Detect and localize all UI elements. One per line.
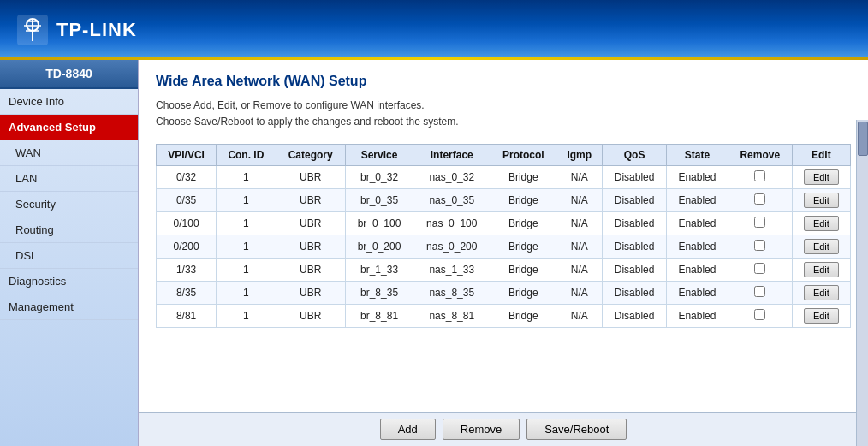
col-header-con-id: Con. ID — [217, 145, 276, 166]
cell-edit: Edit — [792, 305, 850, 328]
cell-protocol: Bridge — [490, 166, 556, 189]
remove-checkbox[interactable] — [754, 263, 765, 274]
sidebar-model: TD-8840 — [0, 60, 138, 89]
edit-button[interactable]: Edit — [804, 169, 839, 185]
cell-protocol: Bridge — [490, 282, 556, 305]
remove-checkbox[interactable] — [754, 309, 765, 320]
edit-button[interactable]: Edit — [804, 216, 839, 231]
cell-con-id: 1 — [217, 282, 276, 305]
cell-state: Enabled — [667, 235, 728, 259]
cell-qos: Disabled — [603, 235, 667, 259]
edit-button[interactable]: Edit — [804, 285, 839, 300]
cell-con-id: 1 — [217, 235, 276, 259]
cell-igmp: N/A — [556, 212, 603, 235]
cell-protocol: Bridge — [490, 212, 556, 235]
cell-igmp: N/A — [556, 189, 603, 212]
table-row: 0/200 1 UBR br_0_200 nas_0_200 Bridge N/… — [157, 235, 851, 259]
edit-button[interactable]: Edit — [804, 308, 839, 324]
cell-qos: Disabled — [603, 189, 667, 212]
table-row: 8/35 1 UBR br_8_35 nas_8_35 Bridge N/A D… — [157, 282, 851, 305]
cell-remove[interactable] — [728, 259, 792, 282]
cell-edit: Edit — [792, 259, 850, 282]
cell-state: Enabled — [667, 305, 728, 328]
cell-remove[interactable] — [728, 166, 792, 189]
cell-category: UBR — [276, 259, 345, 282]
cell-interface: nas_0_35 — [413, 189, 490, 212]
cell-service: br_0_35 — [345, 189, 413, 212]
col-header-interface: Interface — [413, 145, 490, 166]
main-content: Wide Area Network (WAN) Setup Choose Add… — [139, 60, 868, 446]
cell-con-id: 1 — [217, 259, 276, 282]
sidebar-item-advanced-setup[interactable]: Advanced Setup — [0, 115, 138, 140]
sidebar-item-dsl[interactable]: DSL — [0, 243, 138, 269]
remove-checkbox[interactable] — [754, 286, 765, 297]
remove-checkbox[interactable] — [754, 170, 765, 181]
page-title: Wide Area Network (WAN) Setup — [156, 74, 851, 89]
table-row: 8/81 1 UBR br_8_81 nas_8_81 Bridge N/A D… — [157, 305, 851, 328]
sidebar-item-device-info[interactable]: Device Info — [0, 89, 138, 115]
sidebar-item-management[interactable]: Management — [0, 294, 138, 320]
table-row: 0/35 1 UBR br_0_35 nas_0_35 Bridge N/A D… — [157, 189, 851, 212]
sidebar-item-wan[interactable]: WAN — [0, 140, 138, 166]
cell-remove[interactable] — [728, 282, 792, 305]
cell-qos: Disabled — [603, 212, 667, 235]
cell-igmp: N/A — [556, 235, 603, 259]
remove-checkbox[interactable] — [754, 193, 765, 205]
cell-category: UBR — [276, 282, 345, 305]
sidebar-item-security[interactable]: Security — [0, 192, 138, 217]
sidebar-item-diagnostics[interactable]: Diagnostics — [0, 269, 138, 294]
cell-state: Enabled — [667, 282, 728, 305]
cell-edit: Edit — [792, 189, 850, 212]
cell-remove[interactable] — [728, 212, 792, 235]
cell-remove[interactable] — [728, 305, 792, 328]
logo-area: TP-LINK — [17, 15, 137, 45]
cell-vpi-vci: 0/32 — [157, 166, 217, 189]
cell-vpi-vci: 8/81 — [157, 305, 217, 328]
cell-remove[interactable] — [728, 235, 792, 259]
cell-qos: Disabled — [603, 166, 667, 189]
cell-edit: Edit — [792, 212, 850, 235]
remove-button[interactable]: Remove — [443, 419, 520, 440]
sidebar-item-routing[interactable]: Routing — [0, 217, 138, 243]
cell-category: UBR — [276, 305, 345, 328]
table-row: 1/33 1 UBR br_1_33 nas_1_33 Bridge N/A D… — [157, 259, 851, 282]
cell-service: br_8_81 — [345, 305, 413, 328]
cell-interface: nas_8_81 — [413, 305, 490, 328]
col-header-vpi-vci: VPI/VCI — [157, 145, 217, 166]
brand-name: TP-LINK — [56, 19, 137, 41]
scrollbar[interactable] — [856, 120, 868, 446]
edit-button[interactable]: Edit — [804, 193, 839, 208]
wan-table: VPI/VCI Con. ID Category Service Interfa… — [156, 144, 851, 328]
col-header-state: State — [667, 145, 728, 166]
cell-igmp: N/A — [556, 166, 603, 189]
cell-interface: nas_1_33 — [413, 259, 490, 282]
cell-protocol: Bridge — [490, 305, 556, 328]
cell-remove[interactable] — [728, 189, 792, 212]
sidebar-item-lan[interactable]: LAN — [0, 166, 138, 192]
cell-qos: Disabled — [603, 282, 667, 305]
cell-category: UBR — [276, 235, 345, 259]
description: Choose Add, Edit, or Remove to configure… — [156, 98, 851, 130]
scrollbar-thumb[interactable] — [858, 122, 868, 156]
cell-state: Enabled — [667, 259, 728, 282]
remove-checkbox[interactable] — [754, 217, 765, 228]
col-header-remove: Remove — [728, 145, 792, 166]
cell-con-id: 1 — [217, 189, 276, 212]
cell-edit: Edit — [792, 235, 850, 259]
col-header-edit: Edit — [792, 145, 850, 166]
cell-protocol: Bridge — [490, 189, 556, 212]
cell-qos: Disabled — [603, 305, 667, 328]
cell-category: UBR — [276, 212, 345, 235]
cell-con-id: 1 — [217, 212, 276, 235]
save-reboot-button[interactable]: Save/Reboot — [526, 419, 627, 440]
cell-qos: Disabled — [603, 259, 667, 282]
cell-con-id: 1 — [217, 305, 276, 328]
cell-protocol: Bridge — [490, 259, 556, 282]
cell-edit: Edit — [792, 282, 850, 305]
remove-checkbox[interactable] — [754, 240, 765, 251]
cell-protocol: Bridge — [490, 235, 556, 259]
edit-button[interactable]: Edit — [804, 239, 839, 254]
cell-interface: nas_0_200 — [413, 235, 490, 259]
edit-button[interactable]: Edit — [804, 262, 839, 277]
add-button[interactable]: Add — [380, 419, 436, 440]
